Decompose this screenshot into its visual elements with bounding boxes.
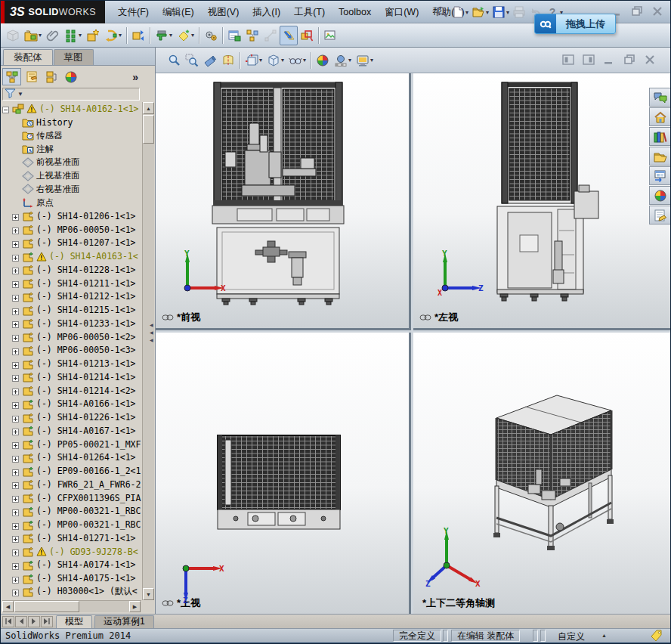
tree-row[interactable]: (-) H03000<1> (默认< [2, 585, 141, 599]
tree-row[interactable]: (-) SH14-01264-1<1> [2, 451, 141, 465]
menu-item-2[interactable]: 编辑(E) [156, 6, 201, 19]
tree-row[interactable]: (-) SH14-01233-1<1> [2, 317, 141, 330]
tree-expand-plus-icon[interactable] [12, 494, 19, 501]
large-design-review-icon[interactable] [280, 26, 298, 45]
tree-row[interactable]: (-) SH14-01214-1<1> [2, 370, 141, 384]
filter-dropdown-icon[interactable]: ▼ [17, 91, 23, 98]
display-style-icon[interactable]: ▾ [264, 51, 286, 70]
menu-item-1[interactable]: 文件(F) [111, 6, 156, 19]
tree-row[interactable]: (-) FWR6_21_A_FWR6-2 [2, 478, 141, 491]
panel-expand-chevron[interactable]: » [132, 71, 138, 83]
tree-row[interactable]: (-) MP06-00050-1<1> [2, 223, 141, 237]
show-hidden-components-icon[interactable] [129, 26, 147, 45]
tree-expand-plus-icon[interactable] [12, 293, 19, 300]
move-component-icon[interactable]: ▾ [102, 26, 124, 45]
tree-expand-plus-icon[interactable] [12, 280, 19, 286]
appearances-scenes-icon[interactable] [649, 186, 671, 205]
screen-capture-icon[interactable] [321, 26, 339, 45]
tab-模型[interactable]: 模型 [56, 615, 92, 628]
apply-scene-icon[interactable]: ▾ [332, 51, 354, 70]
tree-row[interactable]: (-) SH14-01206-1<1> [2, 209, 141, 223]
tree-expand-plus-icon[interactable] [12, 427, 19, 434]
drag-upload-overlay-button[interactable]: 拖拽上传 [534, 14, 616, 34]
hide-show-items-icon[interactable]: ▾ [286, 51, 308, 70]
tree-vertical-scrollbar[interactable]: ▲ ▼ [142, 102, 154, 600]
section-view-icon[interactable] [219, 51, 237, 70]
tree-expand-plus-icon[interactable] [12, 401, 19, 407]
tree-expand-plus-icon[interactable] [12, 575, 19, 582]
view-settings-icon-dropdown[interactable]: ▾ [370, 57, 373, 63]
tree-expand-plus-icon[interactable] [12, 361, 19, 367]
tree-row[interactable]: (-) SH14-A0162-1<1> [2, 102, 141, 116]
pane-previous-icon[interactable] [561, 53, 575, 70]
model-nav-last-icon[interactable] [41, 616, 53, 627]
save-icon-dropdown[interactable]: ▾ [506, 9, 509, 16]
tree-row[interactable]: 前视基准面 [2, 156, 141, 169]
model-nav-next-icon[interactable] [28, 616, 40, 627]
tree-expand-plus-icon[interactable] [12, 441, 19, 447]
hide-show-items-icon-dropdown[interactable]: ▾ [303, 57, 306, 63]
linear-component-pattern-icon-dropdown[interactable]: ▾ [79, 32, 82, 39]
insert-components-icon[interactable]: ▾ [22, 26, 44, 45]
tree-expand-plus-icon[interactable] [12, 212, 19, 219]
maximize-button[interactable] [630, 5, 644, 21]
tree-row[interactable]: (-) SH14-A0163-1< [2, 249, 141, 263]
view-orientation-icon[interactable]: ▾ [243, 51, 264, 70]
linear-component-pattern-icon[interactable]: ▾ [62, 26, 84, 45]
tree-expand-minus-icon[interactable] [2, 105, 9, 112]
tree-row[interactable]: (-) PP05-00021-1_MXF [2, 438, 141, 451]
tree-row[interactable]: (-) MP06-00050-1<3> [2, 344, 141, 358]
view-settings-icon[interactable]: ▾ [354, 51, 376, 70]
menu-item-6[interactable]: Toolbox [332, 7, 378, 17]
tree-row[interactable]: (-) SH14-A0174-1<1> [2, 559, 141, 572]
status-custom-arrow-icon[interactable]: ▲ [601, 633, 607, 638]
vertical-scroll-thumb[interactable] [143, 115, 154, 144]
new-document-icon[interactable]: ▾ [450, 3, 470, 21]
configurationmanager-tab-icon[interactable] [42, 68, 60, 85]
tree-row[interactable]: (-) EP09-00166-1_2<1 [2, 464, 141, 478]
viewport-front[interactable]: *前视 YX [156, 73, 411, 330]
scroll-up-icon[interactable]: ▲ [143, 102, 154, 114]
tree-row[interactable]: (-) SH14-01213-1<1> [2, 357, 141, 370]
tree-row[interactable]: (-) MP06-00050-1<2> [2, 330, 141, 344]
close-button[interactable] [651, 5, 664, 21]
mate-icon[interactable] [44, 26, 62, 45]
tree-row[interactable]: A注解 [2, 142, 141, 156]
horizontal-scroll-thumb[interactable] [14, 601, 79, 612]
tree-expand-plus-icon[interactable] [12, 320, 19, 327]
interference-detection-icon[interactable] [298, 26, 316, 45]
move-component-icon-dropdown[interactable]: ▾ [119, 32, 122, 39]
assembly-features-icon[interactable]: ▾ [153, 26, 175, 45]
panel-splitter-arrows[interactable]: ◀◀◀ [150, 323, 155, 342]
design-library-icon[interactable] [649, 127, 671, 146]
tree-row[interactable]: (-) GD93-9J278-B< [2, 545, 141, 559]
doc-minimize-icon[interactable] [602, 53, 616, 70]
smart-fasteners-icon[interactable] [84, 26, 102, 45]
tree-expand-plus-icon[interactable] [12, 508, 19, 515]
filter-funnel-icon[interactable] [5, 88, 17, 101]
insert-components-icon-dropdown[interactable]: ▾ [39, 32, 42, 39]
model-nav-prev-icon[interactable] [15, 616, 27, 627]
tree-row[interactable]: (-) SH14-01207-1<1> [2, 237, 141, 250]
save-icon[interactable]: ▾ [490, 3, 511, 21]
solidworks-resources-icon[interactable] [649, 107, 671, 126]
tree-row[interactable]: (-) SH14-01211-1<1> [2, 277, 141, 290]
tree-row[interactable]: (-) SH14-01271-1<1> [2, 531, 141, 545]
menu-item-5[interactable]: 工具(T) [287, 6, 332, 19]
doc-close-icon[interactable] [643, 53, 657, 70]
tree-horizontal-scrollbar[interactable]: ◀ ▶ [2, 600, 141, 612]
tree-row[interactable]: (-) SH14-01228-1<1> [2, 263, 141, 277]
open-icon[interactable]: ▾ [470, 3, 490, 21]
viewport-top[interactable]: *上视 XZ [156, 333, 411, 614]
assembly-features-icon-dropdown[interactable]: ▾ [169, 32, 172, 39]
featuremanager-tree-tab-icon[interactable] [2, 68, 21, 85]
view-palette-icon[interactable] [649, 166, 671, 185]
apply-scene-icon-dropdown[interactable]: ▾ [348, 57, 351, 63]
tree-expand-plus-icon[interactable] [12, 373, 19, 380]
edit-appearance-icon[interactable] [314, 51, 332, 70]
status-custom-label[interactable]: 自定义 [558, 630, 585, 643]
zoom-to-area-icon[interactable] [183, 51, 201, 70]
tree-row[interactable]: (-) SH14-01212-1<1> [2, 290, 141, 304]
zoom-to-fit-icon[interactable] [165, 51, 183, 70]
tree-expand-plus-icon[interactable] [12, 468, 19, 475]
